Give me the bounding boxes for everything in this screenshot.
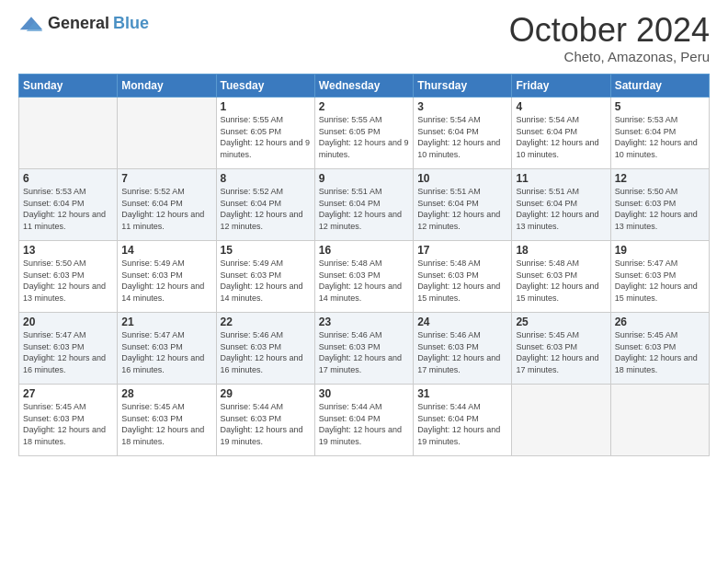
calendar-cell <box>19 98 118 169</box>
day-number: 24 <box>417 316 507 328</box>
day-info: Sunrise: 5:45 AMSunset: 6:03 PMDaylight:… <box>121 401 211 447</box>
calendar-cell: 3Sunrise: 5:54 AMSunset: 6:04 PMDaylight… <box>414 98 512 169</box>
calendar-cell: 5Sunrise: 5:53 AMSunset: 6:04 PMDaylight… <box>610 98 709 169</box>
logo-blue: Blue <box>113 14 149 33</box>
calendar-cell: 26Sunrise: 5:45 AMSunset: 6:03 PMDayligh… <box>610 313 709 385</box>
logo: GeneralBlue <box>18 14 149 33</box>
day-info: Sunrise: 5:45 AMSunset: 6:03 PMDaylight:… <box>516 329 606 375</box>
day-info: Sunrise: 5:55 AMSunset: 6:05 PMDaylight:… <box>319 114 409 160</box>
day-number: 27 <box>23 387 113 400</box>
day-info: Sunrise: 5:53 AMSunset: 6:04 PMDaylight:… <box>615 114 705 160</box>
week-row-2: 6Sunrise: 5:53 AMSunset: 6:04 PMDaylight… <box>19 169 710 241</box>
day-number: 17 <box>417 244 507 257</box>
day-info: Sunrise: 5:54 AMSunset: 6:04 PMDaylight:… <box>417 114 507 160</box>
day-number: 4 <box>516 100 606 113</box>
calendar-cell: 4Sunrise: 5:54 AMSunset: 6:04 PMDaylight… <box>512 98 610 169</box>
week-row-4: 20Sunrise: 5:47 AMSunset: 6:03 PMDayligh… <box>19 313 710 385</box>
day-number: 18 <box>516 244 606 257</box>
day-info: Sunrise: 5:50 AMSunset: 6:03 PMDaylight:… <box>23 258 113 304</box>
day-info: Sunrise: 5:49 AMSunset: 6:03 PMDaylight:… <box>221 258 311 304</box>
location-subtitle: Cheto, Amazonas, Peru <box>509 49 710 64</box>
header: GeneralBlue October 2024 Cheto, Amazonas… <box>18 14 710 64</box>
day-info: Sunrise: 5:48 AMSunset: 6:03 PMDaylight:… <box>319 258 409 304</box>
day-info: Sunrise: 5:55 AMSunset: 6:05 PMDaylight:… <box>221 114 311 160</box>
weekday-header-wednesday: Wednesday <box>314 75 413 98</box>
calendar-cell: 9Sunrise: 5:51 AMSunset: 6:04 PMDaylight… <box>314 169 413 241</box>
day-number: 9 <box>319 172 409 185</box>
calendar-cell: 29Sunrise: 5:44 AMSunset: 6:03 PMDayligh… <box>216 385 314 456</box>
calendar-cell: 25Sunrise: 5:45 AMSunset: 6:03 PMDayligh… <box>512 313 610 385</box>
week-row-1: 1Sunrise: 5:55 AMSunset: 6:05 PMDaylight… <box>19 98 710 169</box>
day-number: 11 <box>516 172 606 185</box>
week-row-5: 27Sunrise: 5:45 AMSunset: 6:03 PMDayligh… <box>19 385 710 456</box>
day-number: 29 <box>221 387 311 400</box>
day-info: Sunrise: 5:47 AMSunset: 6:03 PMDaylight:… <box>23 329 113 375</box>
weekday-header-saturday: Saturday <box>610 75 709 98</box>
calendar-cell: 19Sunrise: 5:47 AMSunset: 6:03 PMDayligh… <box>610 241 709 313</box>
day-number: 6 <box>23 172 113 185</box>
calendar-cell: 12Sunrise: 5:50 AMSunset: 6:03 PMDayligh… <box>610 169 709 241</box>
logo-general: General <box>48 14 109 33</box>
calendar-cell <box>118 98 216 169</box>
logo-icon <box>18 15 44 33</box>
calendar-cell: 24Sunrise: 5:46 AMSunset: 6:03 PMDayligh… <box>414 313 512 385</box>
weekday-header-tuesday: Tuesday <box>216 75 314 98</box>
day-number: 13 <box>23 244 113 257</box>
day-number: 1 <box>221 100 311 113</box>
calendar-cell: 10Sunrise: 5:51 AMSunset: 6:04 PMDayligh… <box>414 169 512 241</box>
day-info: Sunrise: 5:48 AMSunset: 6:03 PMDaylight:… <box>516 258 606 304</box>
day-number: 16 <box>319 244 409 257</box>
day-info: Sunrise: 5:45 AMSunset: 6:03 PMDaylight:… <box>23 401 113 447</box>
day-number: 21 <box>121 316 211 328</box>
weekday-header-sunday: Sunday <box>19 75 118 98</box>
calendar-cell <box>610 385 709 456</box>
day-info: Sunrise: 5:53 AMSunset: 6:04 PMDaylight:… <box>23 186 113 232</box>
calendar-cell: 31Sunrise: 5:44 AMSunset: 6:04 PMDayligh… <box>414 385 512 456</box>
calendar-cell: 17Sunrise: 5:48 AMSunset: 6:03 PMDayligh… <box>414 241 512 313</box>
weekday-header-monday: Monday <box>118 75 216 98</box>
page: GeneralBlue October 2024 Cheto, Amazonas… <box>0 0 728 563</box>
day-number: 20 <box>23 316 113 328</box>
day-number: 10 <box>417 172 507 185</box>
calendar-cell: 7Sunrise: 5:52 AMSunset: 6:04 PMDaylight… <box>118 169 216 241</box>
day-number: 5 <box>615 100 705 113</box>
day-number: 2 <box>319 100 409 113</box>
day-info: Sunrise: 5:49 AMSunset: 6:03 PMDaylight:… <box>121 258 211 304</box>
calendar-cell: 16Sunrise: 5:48 AMSunset: 6:03 PMDayligh… <box>314 241 413 313</box>
calendar-cell: 21Sunrise: 5:47 AMSunset: 6:03 PMDayligh… <box>118 313 216 385</box>
day-info: Sunrise: 5:48 AMSunset: 6:03 PMDaylight:… <box>417 258 507 304</box>
calendar-cell: 14Sunrise: 5:49 AMSunset: 6:03 PMDayligh… <box>118 241 216 313</box>
weekday-header-thursday: Thursday <box>414 75 512 98</box>
weekday-header-friday: Friday <box>512 75 610 98</box>
day-number: 25 <box>516 316 606 328</box>
day-info: Sunrise: 5:51 AMSunset: 6:04 PMDaylight:… <box>319 186 409 232</box>
calendar-cell: 23Sunrise: 5:46 AMSunset: 6:03 PMDayligh… <box>314 313 413 385</box>
day-info: Sunrise: 5:47 AMSunset: 6:03 PMDaylight:… <box>615 258 705 304</box>
day-info: Sunrise: 5:52 AMSunset: 6:04 PMDaylight:… <box>121 186 211 232</box>
calendar-cell: 27Sunrise: 5:45 AMSunset: 6:03 PMDayligh… <box>19 385 118 456</box>
calendar-cell: 28Sunrise: 5:45 AMSunset: 6:03 PMDayligh… <box>118 385 216 456</box>
day-number: 30 <box>319 387 409 400</box>
calendar-cell: 1Sunrise: 5:55 AMSunset: 6:05 PMDaylight… <box>216 98 314 169</box>
title-section: October 2024 Cheto, Amazonas, Peru <box>509 14 710 64</box>
day-number: 14 <box>121 244 211 257</box>
day-info: Sunrise: 5:51 AMSunset: 6:04 PMDaylight:… <box>516 186 606 232</box>
day-number: 8 <box>221 172 311 185</box>
calendar-cell: 18Sunrise: 5:48 AMSunset: 6:03 PMDayligh… <box>512 241 610 313</box>
day-number: 19 <box>615 244 705 257</box>
day-number: 31 <box>417 387 507 400</box>
day-info: Sunrise: 5:45 AMSunset: 6:03 PMDaylight:… <box>615 329 705 375</box>
day-number: 28 <box>121 387 211 400</box>
day-info: Sunrise: 5:52 AMSunset: 6:04 PMDaylight:… <box>221 186 311 232</box>
calendar-cell: 11Sunrise: 5:51 AMSunset: 6:04 PMDayligh… <box>512 169 610 241</box>
day-info: Sunrise: 5:44 AMSunset: 6:03 PMDaylight:… <box>221 401 311 447</box>
month-title: October 2024 <box>509 14 710 47</box>
calendar: SundayMondayTuesdayWednesdayThursdayFrid… <box>18 74 710 456</box>
day-info: Sunrise: 5:51 AMSunset: 6:04 PMDaylight:… <box>417 186 507 232</box>
day-info: Sunrise: 5:46 AMSunset: 6:03 PMDaylight:… <box>417 329 507 375</box>
day-info: Sunrise: 5:54 AMSunset: 6:04 PMDaylight:… <box>516 114 606 160</box>
calendar-cell: 2Sunrise: 5:55 AMSunset: 6:05 PMDaylight… <box>314 98 413 169</box>
day-info: Sunrise: 5:46 AMSunset: 6:03 PMDaylight:… <box>221 329 311 375</box>
day-number: 12 <box>615 172 705 185</box>
day-number: 26 <box>615 316 705 328</box>
